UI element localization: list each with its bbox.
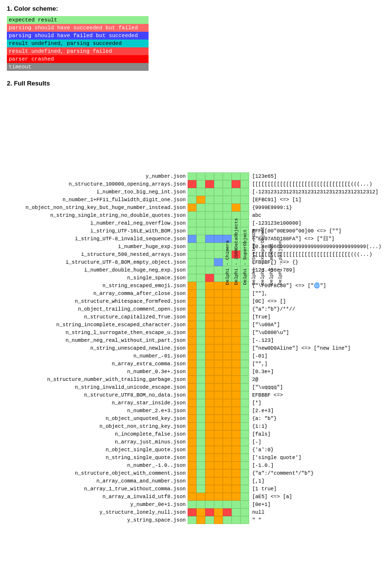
col-header-1: Delphi - JSONDataObjects bbox=[196, 91, 205, 171]
table-row: n_string_single_string_no_double_quotes.… bbox=[7, 211, 382, 219]
grid-cell bbox=[188, 274, 196, 282]
grid-cell bbox=[196, 501, 205, 508]
result-value: [0.3e+] bbox=[249, 368, 274, 376]
grid-cell bbox=[214, 501, 223, 508]
table-row: n_array_comma_after_close.json[""], bbox=[7, 290, 382, 297]
grid-cell bbox=[240, 485, 249, 493]
grid-cell bbox=[232, 399, 240, 407]
grid-cell bbox=[223, 352, 232, 360]
grid-cell bbox=[188, 383, 196, 391]
grid-cell bbox=[188, 297, 196, 305]
table-row: n_object_trailing_comment_open.json{"a":… bbox=[7, 305, 382, 313]
grid-cell bbox=[196, 368, 205, 376]
grid-cell bbox=[188, 454, 196, 462]
result-value: {'a':0} bbox=[249, 446, 274, 454]
grid-cell bbox=[214, 204, 223, 211]
grid-cell bbox=[196, 243, 205, 251]
grid-cell bbox=[240, 399, 249, 407]
grid-cell bbox=[214, 391, 223, 399]
grid-cell bbox=[240, 196, 249, 204]
grid-cell bbox=[196, 462, 205, 469]
grid-cell bbox=[214, 368, 223, 376]
grid-cell bbox=[196, 477, 205, 485]
col-header-text: Delphi - Chimera bbox=[225, 210, 230, 285]
grid-cell bbox=[232, 446, 240, 454]
result-value: {"a":/*comment*/"b"} bbox=[249, 469, 314, 477]
grid-cell bbox=[196, 204, 205, 211]
table-row: y_string_space.json" " bbox=[7, 516, 382, 524]
grid-cell bbox=[232, 501, 240, 508]
legend-item: parsing should have succeeded but failed bbox=[7, 24, 149, 32]
grid-cell bbox=[214, 446, 223, 454]
grid-cell bbox=[188, 266, 196, 274]
grid-cell bbox=[196, 196, 205, 204]
table-row: i_number_too_big_neg_int.json[-123123123… bbox=[7, 188, 382, 196]
grid-cell bbox=[196, 266, 205, 274]
result-value: ["\uqqqq"] bbox=[249, 383, 283, 391]
grid-cell bbox=[205, 258, 214, 266]
table-row: i_structure_500_nested_arrays.json[[[[[[… bbox=[7, 251, 382, 258]
grid-cell bbox=[188, 336, 196, 344]
grid-cell bbox=[188, 211, 196, 219]
grid-cell bbox=[223, 344, 232, 352]
grid-cell bbox=[214, 462, 223, 469]
grid-cell bbox=[223, 391, 232, 399]
grid-cell bbox=[232, 454, 240, 462]
grid-cell bbox=[240, 329, 249, 336]
grid-cell bbox=[205, 438, 214, 446]
grid-cell bbox=[214, 344, 223, 352]
result-value: ["\u00A"] bbox=[249, 321, 280, 329]
table-row: n_string_single_quote.json['single quote… bbox=[7, 454, 382, 462]
table-row: i_structure_UTF-8_BOM_empty_object.jsonE… bbox=[7, 258, 382, 266]
grid-cell bbox=[214, 415, 223, 422]
grid-cell bbox=[188, 172, 196, 180]
row-label: i_number_double_huge_neg_exp.json bbox=[7, 266, 188, 274]
grid-cell bbox=[214, 235, 223, 243]
grid-cell bbox=[205, 172, 214, 180]
grid-cell bbox=[214, 321, 223, 329]
grid-cell bbox=[196, 219, 205, 227]
legend-item: result undefined, parsing failed bbox=[7, 47, 149, 55]
grid-cell bbox=[188, 508, 196, 516]
row-label: n_number_-1.0..json bbox=[7, 462, 188, 469]
grid-cell bbox=[214, 290, 223, 297]
grid-cell bbox=[205, 329, 214, 336]
grid-cell bbox=[232, 313, 240, 321]
grid-cell bbox=[205, 321, 214, 329]
grid-cell bbox=[188, 188, 196, 196]
table-row: n_number_-01.json[-01] bbox=[7, 352, 382, 360]
grid-cell bbox=[214, 376, 223, 383]
grid-cell bbox=[205, 462, 214, 469]
grid-cell bbox=[205, 243, 214, 251]
table-row: i_number_double_huge_neg_exp.json[123.45… bbox=[7, 266, 382, 274]
grid-cell bbox=[232, 415, 240, 422]
table-row: y_number.json[123e65] bbox=[7, 172, 382, 180]
grid-cell bbox=[196, 188, 205, 196]
grid-cell bbox=[223, 172, 232, 180]
grid-cell bbox=[232, 368, 240, 376]
row-label: n_array_1_true_without_comma.json bbox=[7, 485, 188, 493]
row-label: n_single_space.json bbox=[7, 274, 188, 282]
table-row: n_single_space.json bbox=[7, 274, 382, 282]
grid-cell bbox=[240, 180, 249, 188]
grid-cell bbox=[214, 188, 223, 196]
grid-cell bbox=[240, 290, 249, 297]
grid-cell bbox=[223, 313, 232, 321]
grid-cell bbox=[223, 407, 232, 415]
row-label: y_string_space.json bbox=[7, 516, 188, 524]
row-label: n_object_single_quote.json bbox=[7, 446, 188, 454]
grid-cell bbox=[240, 508, 249, 516]
grid-cell bbox=[205, 188, 214, 196]
grid-cell bbox=[232, 305, 240, 313]
grid-cell bbox=[240, 297, 249, 305]
grid-cell bbox=[223, 305, 232, 313]
grid-cell bbox=[205, 211, 214, 219]
grid-cell bbox=[240, 305, 249, 313]
grid-cell bbox=[188, 290, 196, 297]
result-value: ['single quote'] bbox=[249, 454, 301, 462]
grid-cell bbox=[223, 446, 232, 454]
row-label: n_string_unescaped_newline.json bbox=[7, 344, 188, 352]
grid-cell bbox=[223, 438, 232, 446]
grid-cell bbox=[214, 305, 223, 313]
table-row: n_string_unescaped_newline.json["new0D0A… bbox=[7, 344, 382, 352]
